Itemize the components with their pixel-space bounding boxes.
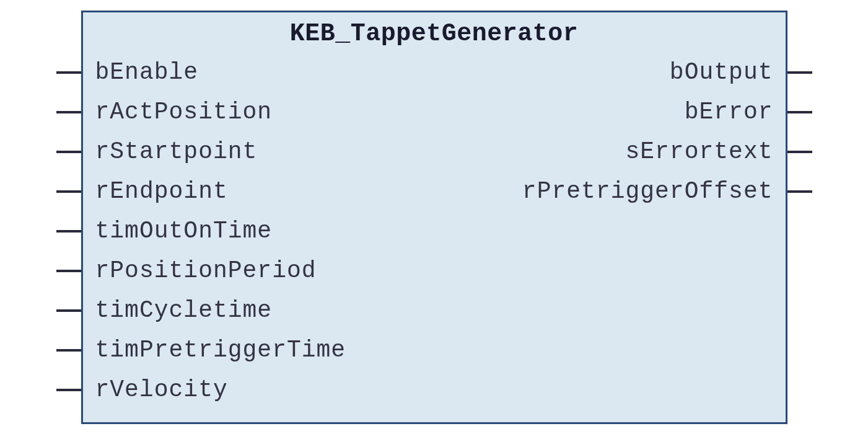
output-port: rPretriggerOffset [522,172,786,211]
output-label: rPretriggerOffset [522,172,773,211]
input-label: rStartpoint [95,132,258,172]
output-port: sErrortext [625,132,785,172]
input-label: rEndpoint [95,172,228,211]
output-label: bError [685,92,773,132]
input-port: rActPosition [83,92,273,132]
input-pin [56,190,81,193]
input-label: rVelocity [95,370,228,410]
function-block-box: KEB_TappetGenerator bEnable rActPosition… [81,11,787,424]
input-pin [56,309,81,312]
input-port: bEnable [83,53,199,92]
input-pin [56,389,81,391]
input-pin [56,151,81,153]
input-label: timPretriggerTime [95,330,346,370]
output-label: sErrortext [625,132,773,172]
input-label: rPositionPeriod [95,251,317,291]
inputs-column: bEnable rActPosition rStartpoint rEndpoi… [83,53,346,410]
input-pin [56,349,81,352]
output-pin [787,71,812,74]
output-label: bOutput [670,53,773,92]
function-block-diagram: KEB_TappetGenerator bEnable rActPosition… [56,11,812,424]
function-block-title: KEB_TappetGenerator [83,12,786,53]
input-port: rEndpoint [83,172,228,211]
output-pin [787,111,812,113]
input-port: timCycletime [83,291,273,330]
input-port: rVelocity [83,370,228,410]
input-pin [56,71,81,74]
input-port: timPretriggerTime [83,330,346,370]
output-pin [787,190,812,193]
output-pin [787,151,812,153]
function-block-body: bEnable rActPosition rStartpoint rEndpoi… [83,53,786,422]
outputs-column: bOutput bError sErrortext rPretriggerOff… [522,53,786,410]
input-label: timOutOnTime [95,211,273,251]
input-port: rStartpoint [83,132,258,172]
output-port: bError [685,92,786,132]
input-port: timOutOnTime [83,211,273,251]
input-pin [56,230,81,232]
input-pin [56,270,81,272]
input-port: rPositionPeriod [83,251,317,291]
input-label: timCycletime [95,291,273,330]
input-label: rActPosition [95,92,273,132]
input-pin [56,111,81,113]
output-port: bOutput [670,53,786,92]
input-label: bEnable [95,53,199,92]
